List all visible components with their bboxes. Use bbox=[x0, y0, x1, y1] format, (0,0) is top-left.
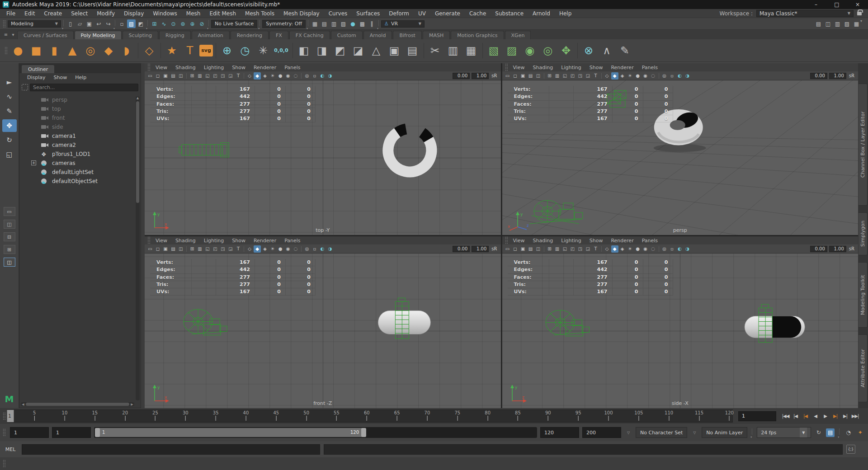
minimize-button[interactable]: – bbox=[806, 0, 826, 9]
crease-tool-icon[interactable]: ∧ bbox=[598, 42, 615, 59]
humanik-toggle-icon[interactable]: ◫ bbox=[824, 19, 832, 28]
multi-cut-icon[interactable]: ✂ bbox=[426, 42, 443, 59]
toolbar-separator[interactable] bbox=[242, 245, 245, 253]
gate-mask-icon[interactable]: ◰ bbox=[212, 72, 219, 80]
safe-title-icon[interactable]: T bbox=[592, 245, 599, 253]
save-scene-icon[interactable]: ▣ bbox=[85, 19, 94, 28]
color-space-badge[interactable]: sR bbox=[490, 73, 499, 78]
toolbar-separator[interactable] bbox=[600, 245, 603, 253]
safe-title-icon[interactable]: T bbox=[235, 245, 242, 253]
shelf-tab[interactable]: Animation bbox=[192, 31, 230, 39]
shelf-separator[interactable] bbox=[481, 42, 484, 59]
undo-icon[interactable]: ↩ bbox=[94, 19, 103, 28]
scrollbar-thumb[interactable] bbox=[26, 403, 129, 406]
viewport-menu-item[interactable]: Renderer bbox=[607, 238, 637, 244]
search-input[interactable] bbox=[30, 84, 138, 91]
fps-dropdown[interactable]: 24 fps▼ bbox=[757, 427, 811, 438]
isolate-select-icon[interactable]: ◎ bbox=[303, 245, 311, 253]
film-gate-icon[interactable]: ▥ bbox=[196, 245, 203, 253]
poly-cylinder-icon[interactable]: ▮ bbox=[46, 42, 63, 59]
character-set-menu-icon[interactable]: ▽ bbox=[624, 428, 632, 437]
grid-toggle-icon[interactable]: ⊞ bbox=[546, 72, 553, 80]
insert-edge-loop-icon[interactable]: ▥ bbox=[444, 42, 462, 59]
redo-icon[interactable]: ↪ bbox=[104, 19, 113, 28]
group-separator[interactable] bbox=[377, 19, 380, 28]
menubar-item[interactable]: File bbox=[2, 9, 20, 18]
platonic-solid-icon[interactable]: ◇ bbox=[141, 42, 158, 59]
exposure-field[interactable]: 0.00 bbox=[453, 73, 470, 79]
wireframe-display-icon[interactable]: ◇ bbox=[604, 72, 611, 80]
gate-mask-icon[interactable]: ◰ bbox=[569, 245, 576, 253]
quad-draw-icon[interactable]: ▧ bbox=[485, 42, 502, 59]
outliner-tab[interactable]: Outliner bbox=[22, 65, 54, 73]
safe-action-icon[interactable]: ◲ bbox=[227, 245, 234, 253]
menubar-item[interactable]: Substance bbox=[491, 9, 528, 18]
live-surface-field[interactable]: No Live Surface bbox=[211, 20, 257, 28]
group-separator[interactable] bbox=[207, 19, 210, 28]
shelf-tab[interactable]: Sculpting bbox=[123, 31, 158, 39]
use-all-lights-icon[interactable]: ☀ bbox=[269, 72, 276, 80]
offset-edge-loop-icon[interactable]: ▦ bbox=[462, 42, 480, 59]
bookmarks-icon[interactable]: ▤ bbox=[170, 72, 177, 80]
poly-cube-icon[interactable]: ■ bbox=[28, 42, 45, 59]
bookmarks-icon[interactable]: ▤ bbox=[170, 245, 177, 253]
bookmarks-icon[interactable]: ▤ bbox=[527, 245, 534, 253]
viewport-menu-item[interactable]: Panels bbox=[280, 65, 304, 70]
xray-display-icon[interactable]: ▫ bbox=[669, 245, 676, 253]
grid-toggle-icon[interactable]: ⊞ bbox=[546, 245, 553, 253]
exposure-field[interactable]: 0.00 bbox=[810, 73, 827, 79]
outliner-menu-item[interactable]: Display bbox=[23, 75, 50, 80]
gamma-field[interactable]: 1.00 bbox=[829, 246, 846, 252]
viewport-menu-item[interactable]: Shading bbox=[171, 238, 200, 244]
play-backwards-button[interactable]: ◀ bbox=[811, 412, 820, 421]
character-set-field[interactable]: No Character Set bbox=[636, 427, 687, 438]
playback-start-field[interactable]: 1 bbox=[52, 427, 91, 438]
wireframe-display-icon[interactable]: ◇ bbox=[246, 72, 253, 80]
input-field-dropdown[interactable]: ♙ VR▼ bbox=[381, 20, 425, 28]
isolate-select-icon[interactable]: ◎ bbox=[661, 245, 668, 253]
resolution-gate-icon[interactable]: ◱ bbox=[204, 245, 211, 253]
outliner-item[interactable]: defaultLightSet bbox=[19, 168, 141, 177]
menubar-item[interactable]: Curves bbox=[324, 9, 352, 18]
playback-loop-icon[interactable]: ↻ bbox=[814, 428, 823, 437]
maximize-button[interactable]: □ bbox=[826, 0, 847, 9]
screen-space-ao-icon[interactable]: ◉ bbox=[284, 72, 292, 80]
shelf-tab[interactable]: XGen bbox=[505, 31, 531, 39]
motion-blur-icon[interactable]: ◌ bbox=[650, 72, 657, 80]
motion-blur-icon[interactable]: ◌ bbox=[292, 245, 299, 253]
color-space-badge[interactable]: sR bbox=[490, 246, 499, 251]
select-hierarchy-icon[interactable]: ▫ bbox=[118, 19, 126, 28]
auto-keyframe-icon[interactable]: ✦ bbox=[856, 428, 864, 437]
vertical-scrollbar[interactable]: ▲ bbox=[136, 96, 140, 400]
viewport-menu-item[interactable]: View bbox=[509, 238, 529, 244]
snap-projected-center-icon[interactable]: ⊚ bbox=[179, 19, 187, 28]
viewport-menu-item[interactable]: View bbox=[509, 65, 529, 70]
menu-set-dropdown[interactable]: Modeling▼ bbox=[8, 20, 61, 28]
step-back-frame-button[interactable]: |◀ bbox=[791, 412, 800, 421]
viewport-menu-item[interactable]: Lighting bbox=[200, 65, 228, 70]
shelf-tab[interactable]: Curves / Surfaces bbox=[17, 31, 74, 39]
shelf-tab[interactable]: Motion Graphics bbox=[451, 31, 504, 39]
bridge-icon[interactable]: ▤ bbox=[404, 42, 421, 59]
drag-handle[interactable] bbox=[505, 63, 508, 71]
drag-handle[interactable] bbox=[3, 412, 6, 420]
symmetry-field[interactable]: Symmetry: Off bbox=[262, 20, 306, 28]
menubar-item[interactable]: Mesh Tools bbox=[241, 9, 279, 18]
group-separator[interactable] bbox=[62, 19, 65, 28]
snap-grid-icon[interactable]: ⊞ bbox=[150, 19, 159, 28]
target-weld-icon[interactable]: ⊗ bbox=[580, 42, 597, 59]
light-editor-icon[interactable]: ▩ bbox=[358, 19, 367, 28]
gamma-icon[interactable]: ◑ bbox=[684, 245, 691, 253]
play-forwards-button[interactable]: ▶ bbox=[821, 412, 830, 421]
toolbar-separator[interactable] bbox=[242, 72, 245, 80]
shelf-separator[interactable] bbox=[291, 42, 294, 59]
poly-plane-icon[interactable]: ◆ bbox=[100, 42, 117, 59]
viewport-menu-item[interactable]: View bbox=[151, 238, 171, 244]
shelf-tab[interactable]: Arnold bbox=[363, 31, 392, 39]
tab-attribute-editor[interactable]: Attribute Editor bbox=[859, 334, 868, 402]
outliner-item[interactable]: persp bbox=[19, 95, 141, 104]
range-slider-track[interactable]: 1 120 bbox=[94, 427, 537, 438]
shadows-icon[interactable]: ● bbox=[634, 72, 642, 80]
menubar-item[interactable]: Select bbox=[66, 9, 92, 18]
wireframe-display-icon[interactable]: ◇ bbox=[604, 245, 611, 253]
